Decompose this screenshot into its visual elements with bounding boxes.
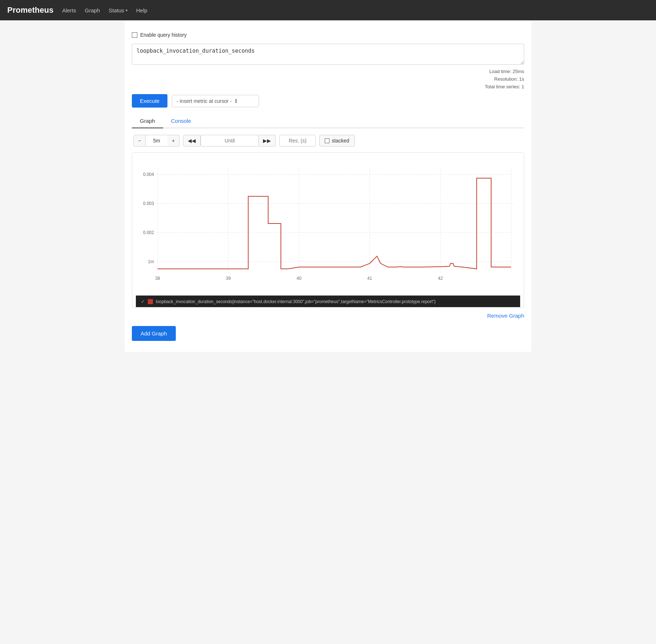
sort-icon: ⇕ <box>234 98 238 104</box>
chevron-down-icon: ▾ <box>126 8 127 12</box>
resolution-input[interactable] <box>279 135 316 146</box>
svg-text:0.002: 0.002 <box>143 230 154 235</box>
chart-svg: 0.004 0.003 0.002 1m 38 39 40 41 42 <box>136 156 520 294</box>
stacked-label: stacked <box>332 138 349 144</box>
tabs-row: Graph Console <box>132 114 524 128</box>
svg-text:0.004: 0.004 <box>143 172 154 177</box>
navbar-link-help[interactable]: Help <box>136 6 147 15</box>
svg-text:40: 40 <box>296 276 301 281</box>
meta-resolution: Resolution: 1s <box>132 76 524 83</box>
time-controls: ◀◀ ▶▶ <box>183 135 276 146</box>
tab-console[interactable]: Console <box>163 114 199 128</box>
navbar-dropdown-status[interactable]: Status ▾ <box>109 7 127 13</box>
meta-info: Load time: 25ms Resolution: 1s Total tim… <box>132 68 524 90</box>
svg-text:41: 41 <box>367 276 372 281</box>
legend-color-box <box>148 299 153 304</box>
navbar-link-graph[interactable]: Graph <box>85 6 100 15</box>
chart-line <box>158 178 511 269</box>
navbar-link-alerts[interactable]: Alerts <box>62 6 76 15</box>
duration-plus-button[interactable]: + <box>167 135 179 146</box>
legend-text: loopback_invocation_duration_seconds{ins… <box>156 299 436 304</box>
remove-graph-link[interactable]: Remove Graph <box>487 313 524 319</box>
stacked-button[interactable]: stacked <box>319 135 355 146</box>
svg-text:38: 38 <box>155 276 160 281</box>
tab-graph[interactable]: Graph <box>132 114 163 128</box>
svg-text:42: 42 <box>438 276 443 281</box>
legend-checkmark: ✓ <box>141 299 145 304</box>
remove-graph-row: Remove Graph <box>132 313 524 319</box>
meta-load-time: Load time: 25ms <box>132 68 524 76</box>
chart-svg-wrapper: 0.004 0.003 0.002 1m 38 39 40 41 42 <box>136 156 520 295</box>
forward-button[interactable]: ▶▶ <box>259 135 276 146</box>
insert-metric-label: - insert metric at cursor - <box>177 98 232 104</box>
insert-metric-select[interactable]: - insert metric at cursor - ⇕ <box>172 95 259 107</box>
query-history-checkbox[interactable] <box>132 32 137 38</box>
svg-text:0.003: 0.003 <box>143 201 154 206</box>
main-content: Enable query history loopback_invocation… <box>125 20 531 352</box>
graph-controls: − + ◀◀ ▶▶ stacked <box>132 135 524 146</box>
toolbar-row: Execute - insert metric at cursor - ⇕ <box>132 94 524 108</box>
query-history-label: Enable query history <box>140 32 187 38</box>
legend-bar: ✓ loopback_invocation_duration_seconds{i… <box>136 295 520 307</box>
navbar: Prometheus Alerts Graph Status ▾ Help <box>0 0 656 20</box>
duration-controls: − + <box>133 135 179 146</box>
svg-text:39: 39 <box>226 276 231 281</box>
duration-minus-button[interactable]: − <box>133 135 146 146</box>
add-graph-button[interactable]: Add Graph <box>132 326 176 341</box>
until-input[interactable] <box>201 135 259 146</box>
chart-container: 0.004 0.003 0.002 1m 38 39 40 41 42 ✓ lo… <box>132 152 524 307</box>
backward-button[interactable]: ◀◀ <box>183 135 201 146</box>
stacked-checkbox-icon <box>325 138 329 143</box>
query-history-row: Enable query history <box>132 32 524 38</box>
execute-button[interactable]: Execute <box>132 94 167 108</box>
svg-text:1m: 1m <box>148 259 154 264</box>
meta-total-series: Total time series: 1 <box>132 83 524 91</box>
query-input[interactable]: loopback_invocation_duration_seconds <box>132 44 524 65</box>
navbar-brand[interactable]: Prometheus <box>7 5 53 15</box>
duration-input[interactable] <box>146 135 167 146</box>
